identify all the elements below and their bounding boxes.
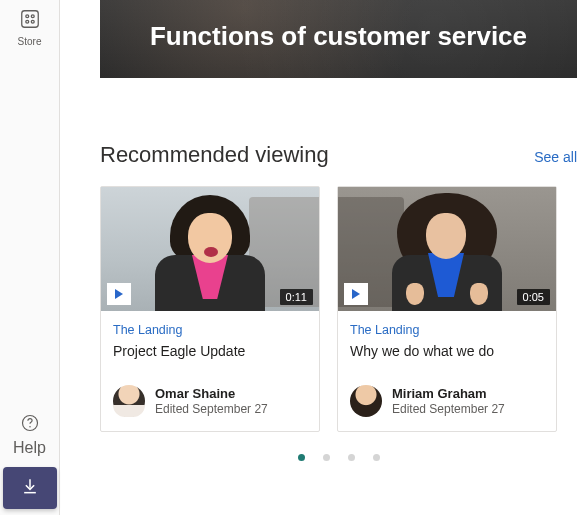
see-all-link[interactable]: See all (534, 149, 577, 165)
svg-point-4 (31, 20, 34, 23)
play-icon[interactable] (344, 283, 368, 305)
carousel-dots (100, 454, 577, 461)
hero-title: Functions of customer service (150, 21, 527, 52)
video-card[interactable]: 0:11 The Landing Project Eagle Update Om… (100, 186, 320, 432)
sidebar-item-store[interactable]: Store (18, 2, 42, 53)
sidebar: Store Help (0, 0, 60, 515)
video-card[interactable]: 0:05 The Landing Why we do what we do Mi… (337, 186, 557, 432)
edited-date: Edited September 27 (392, 402, 505, 416)
main-content: Functions of customer service Recommende… (60, 0, 577, 515)
section-header: Recommended viewing See all (100, 142, 577, 168)
svg-point-6 (29, 426, 31, 428)
carousel-dot[interactable] (323, 454, 330, 461)
carousel-dot[interactable] (298, 454, 305, 461)
video-duration: 0:05 (517, 289, 550, 305)
help-label: Help (13, 439, 46, 457)
video-title[interactable]: Why we do what we do (350, 343, 544, 359)
video-thumbnail[interactable]: 0:05 (338, 187, 556, 311)
help-icon (20, 413, 40, 437)
video-thumbnail[interactable]: 0:11 (101, 187, 319, 311)
hero-banner[interactable]: Functions of customer service (100, 0, 577, 78)
channel-link[interactable]: The Landing (113, 323, 307, 337)
avatar[interactable] (350, 385, 382, 417)
store-icon (19, 8, 41, 34)
download-button[interactable] (3, 467, 57, 509)
svg-rect-0 (21, 11, 38, 28)
carousel-dot[interactable] (348, 454, 355, 461)
svg-point-3 (25, 20, 28, 23)
play-icon[interactable] (107, 283, 131, 305)
card-body: The Landing Project Eagle Update Omar Sh… (101, 311, 319, 431)
author-row: Omar Shaine Edited September 27 (113, 385, 307, 417)
video-title[interactable]: Project Eagle Update (113, 343, 307, 359)
svg-point-2 (31, 15, 34, 18)
carousel-dot[interactable] (373, 454, 380, 461)
download-icon (20, 476, 40, 500)
sidebar-item-help[interactable]: Help (13, 413, 46, 457)
channel-link[interactable]: The Landing (350, 323, 544, 337)
avatar[interactable] (113, 385, 145, 417)
section-title: Recommended viewing (100, 142, 329, 168)
recommended-section: Recommended viewing See all 0:11 The Lan… (100, 142, 577, 432)
author-name[interactable]: Miriam Graham (392, 386, 505, 402)
store-label: Store (18, 36, 42, 47)
card-body: The Landing Why we do what we do Miriam … (338, 311, 556, 431)
cards-row: 0:11 The Landing Project Eagle Update Om… (100, 186, 577, 432)
svg-point-1 (25, 15, 28, 18)
author-row: Miriam Graham Edited September 27 (350, 385, 544, 417)
author-name[interactable]: Omar Shaine (155, 386, 268, 402)
edited-date: Edited September 27 (155, 402, 268, 416)
video-duration: 0:11 (280, 289, 313, 305)
